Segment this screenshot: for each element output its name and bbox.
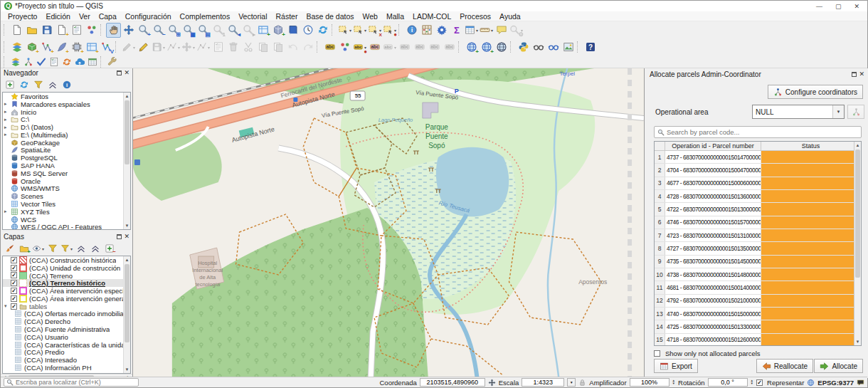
plugin-window-button[interactable] bbox=[561, 40, 576, 55]
layer-item-cca-unidad-de-construcci-n[interactable]: ✓(CCA) Unidad de construcción bbox=[3, 264, 130, 272]
parcel-code[interactable]: 4792 - 683070000000000150210000000000 bbox=[665, 295, 761, 307]
scroll-up-icon[interactable]: ▲ bbox=[124, 256, 130, 263]
table-layer-cca-fuente-administrativa[interactable]: (CCA) Fuente Administrativa bbox=[3, 325, 130, 333]
field-calculator-button[interactable] bbox=[419, 23, 434, 38]
vertex-tool-button[interactable]: ▾ bbox=[196, 40, 211, 55]
menu-procesos[interactable]: Procesos bbox=[455, 12, 495, 21]
browser-item-wfs-ogc-api-features[interactable]: WFS / OGC API - Features bbox=[3, 224, 130, 230]
status-cell[interactable] bbox=[761, 268, 854, 280]
browser-item-xyz-tiles[interactable]: ▸XYZ Tiles bbox=[3, 208, 130, 216]
parcel-row[interactable]: 34677 - 683070000000000150006000000000 bbox=[655, 177, 854, 190]
expander-icon[interactable]: ▸ bbox=[4, 101, 11, 107]
menu-web[interactable]: Web bbox=[359, 12, 382, 21]
undo-button[interactable] bbox=[285, 40, 300, 55]
toggle-editing-button[interactable] bbox=[136, 40, 151, 55]
close-button[interactable]: ✕ bbox=[854, 3, 859, 10]
deselect-features-button[interactable]: x▾ bbox=[367, 23, 382, 38]
scroll-up-icon[interactable]: ▲ bbox=[854, 142, 861, 149]
remove-layer-button[interactable]: − bbox=[102, 242, 116, 255]
scroll-thumb[interactable] bbox=[125, 100, 129, 164]
layer-diagram-button[interactable] bbox=[337, 40, 352, 55]
open-project-button[interactable] bbox=[24, 23, 39, 38]
layer-item-cca-construcci-n-hist-rica[interactable]: ✓(CCA) Construcción histórica bbox=[3, 256, 130, 264]
zoom-to-layer-button[interactable]: ▤ bbox=[196, 23, 211, 38]
browser-refresh-button[interactable] bbox=[17, 78, 31, 91]
zoom-native-button[interactable]: 1 bbox=[211, 23, 226, 38]
menu-edici-n[interactable]: Edición bbox=[41, 12, 74, 21]
ladm-col-queries-button[interactable] bbox=[494, 40, 509, 55]
parcel-row[interactable]: 54722 - 683070000000000150130000000000 bbox=[655, 203, 854, 216]
status-cell[interactable] bbox=[761, 308, 854, 320]
layer-stack-button[interactable] bbox=[9, 56, 22, 68]
layers-scrollbar[interactable]: ▲ ▼ bbox=[123, 256, 130, 373]
browser-item-marcadores-espaciales[interactable]: ▸Marcadores espaciales bbox=[3, 100, 130, 108]
table-scrollbar[interactable]: ▲ ▼ bbox=[854, 142, 861, 345]
parcel-code[interactable]: 4723 - 683070000000000150131000000000 bbox=[665, 229, 761, 241]
lock-scale-icon[interactable] bbox=[578, 379, 586, 387]
map-tips-button[interactable] bbox=[494, 23, 509, 38]
ladm-col-settings-button[interactable]: + bbox=[464, 40, 479, 55]
change-label-button[interactable] bbox=[427, 40, 442, 55]
cut-features-button[interactable] bbox=[240, 40, 255, 55]
identify-features-button[interactable] bbox=[404, 23, 419, 38]
layer-checkbox-icon[interactable]: ✓ bbox=[11, 288, 17, 294]
zoom-next-button[interactable]: ▸ bbox=[240, 23, 255, 38]
new-virtual-layer-button[interactable]: V bbox=[99, 40, 114, 55]
modify-attributes-button[interactable] bbox=[211, 40, 226, 55]
expander-icon[interactable]: ▸ bbox=[4, 117, 11, 122]
pan-to-selection-button[interactable] bbox=[121, 23, 136, 38]
undock-panel-icon[interactable] bbox=[117, 234, 122, 239]
change-label-properties-button[interactable] bbox=[442, 40, 457, 55]
magnifier-spinner[interactable]: ▲▼ bbox=[672, 379, 675, 386]
group-checkbox-icon[interactable]: ✓ bbox=[11, 303, 17, 310]
crs-button[interactable]: EPSG:9377 bbox=[817, 379, 854, 387]
parcel-code[interactable]: 4728 - 683070000000000150136000000000 bbox=[665, 190, 761, 202]
browser-item-wcs[interactable]: WCS bbox=[3, 216, 130, 224]
coordinate-toggle-icon[interactable] bbox=[488, 379, 496, 387]
undock-panel-icon[interactable] bbox=[117, 70, 122, 75]
parcel-row[interactable]: 114681 - 683070000000000150014000000000 bbox=[655, 281, 854, 294]
messages-icon[interactable] bbox=[857, 379, 864, 387]
map-canvas[interactable]: Ferrocarril del NordesteAutopista NorteA… bbox=[132, 68, 645, 378]
settings-wrench-button[interactable] bbox=[106, 56, 119, 68]
browser-item-scenes[interactable]: Scenes bbox=[3, 192, 130, 200]
parcel-code[interactable]: 4740 - 683070000000000150150000000000 bbox=[665, 308, 761, 320]
filter-legend-expression-button[interactable]: ▾ bbox=[60, 242, 73, 255]
locator-box[interactable] bbox=[4, 378, 139, 387]
collapse-all-button[interactable] bbox=[46, 78, 59, 91]
pan-map-button[interactable] bbox=[106, 23, 121, 38]
parcel-number-column-header[interactable]: Operation id - Parcel number bbox=[665, 142, 761, 150]
layer-item-cca-rea-intervenci-n-general[interactable]: ✓(CCA) Área intervención general bbox=[3, 295, 130, 303]
show-spatial-bookmarks-button[interactable] bbox=[285, 23, 300, 38]
new-3d-map-view-button[interactable]: + bbox=[270, 23, 285, 38]
zoom-in-button[interactable]: + bbox=[136, 23, 151, 38]
menu-complementos[interactable]: Complementos bbox=[176, 12, 235, 21]
rotation-input[interactable] bbox=[711, 379, 745, 386]
new-map-view-button[interactable]: + bbox=[255, 23, 270, 38]
refresh-map-button[interactable] bbox=[315, 23, 330, 38]
locator-input[interactable] bbox=[16, 379, 136, 386]
menu-base-de-datos[interactable]: Base de datos bbox=[302, 12, 358, 21]
ladm-col-data-management-button[interactable]: + bbox=[479, 40, 494, 55]
menu-capa[interactable]: Capa bbox=[95, 12, 121, 21]
new-shapefile-layer-button[interactable]: + bbox=[39, 40, 54, 55]
status-cell[interactable] bbox=[761, 295, 854, 307]
rotation-spinner[interactable]: ▲▼ bbox=[751, 379, 753, 386]
menu-malla[interactable]: Malla bbox=[382, 12, 408, 21]
move-label-button[interactable] bbox=[397, 40, 412, 55]
scroll-down-icon[interactable]: ▼ bbox=[854, 338, 861, 345]
copy-features-button[interactable] bbox=[255, 40, 270, 55]
parcel-code[interactable]: 4737 - 683070000000000150147000000000 bbox=[665, 151, 761, 163]
status-cell[interactable] bbox=[761, 216, 854, 229]
layer-item-cca-terreno-hist-rico[interactable]: ✓(CCA) Terreno histórico bbox=[3, 279, 130, 287]
layer-checkbox-icon[interactable]: ✓ bbox=[11, 295, 17, 302]
parcel-code[interactable]: 4718 - 683070000000000150126000000000 bbox=[665, 334, 761, 345]
filter-browser-button[interactable] bbox=[31, 78, 45, 91]
menu-configuraci-n[interactable]: Configuración bbox=[121, 12, 176, 21]
table-layer-cca-usuario[interactable]: (CCA) Usuario bbox=[3, 333, 130, 341]
new-print-layout-button[interactable]: + bbox=[54, 23, 69, 38]
configure-coordinators-button[interactable]: Configure coordinators bbox=[768, 85, 863, 99]
delete-selected-button[interactable] bbox=[226, 40, 240, 55]
manage-map-themes-button[interactable]: ▾ bbox=[31, 242, 45, 255]
parcel-code[interactable]: 4727 - 683070000000000150135000000000 bbox=[665, 242, 761, 254]
